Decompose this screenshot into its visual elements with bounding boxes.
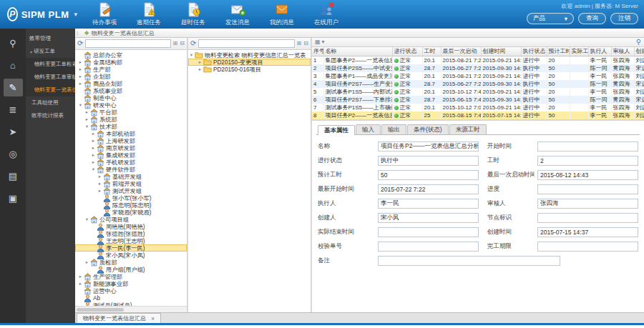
tree-node[interactable]: ▸前端开发组 [75, 180, 187, 187]
tree-node[interactable]: 总部办公室 [75, 51, 187, 59]
tree-node[interactable]: 周艳艳(周艳艳) [75, 223, 187, 230]
project-filter-input[interactable] [198, 39, 294, 48]
tree-node[interactable]: ▸集成研发部 [75, 151, 187, 159]
search-icon[interactable]: ⚲ [636, 39, 641, 46]
tree-node[interactable]: ▸新能源事业部 [75, 280, 187, 287]
tree-node[interactable]: ▸企划部 [75, 73, 187, 80]
table-row[interactable]: 8项目任务P2——一览表信息汇总分析1正常252015-08-15 7:4220… [312, 111, 644, 119]
sidebar-item-0[interactable]: ▾研发工单 [26, 45, 75, 58]
sidebar-item-3[interactable]: 物料变更一览表信息汇总 [26, 84, 75, 96]
field-value[interactable]: 执行中 [378, 156, 479, 166]
collapse-all-icon[interactable]: ⊟ [180, 41, 185, 46]
my-message-button[interactable]: 我的消息 [262, 1, 302, 27]
tree-node[interactable]: 李一民(李一民) [75, 244, 187, 252]
expand-arrow-icon[interactable]: ▸ [77, 81, 84, 86]
todo-doc-button[interactable]: 待办事项 [84, 1, 125, 27]
tree-node[interactable]: Ab [75, 294, 187, 302]
column-header[interactable]: 工时 [422, 47, 441, 56]
expand-all-icon[interactable]: ⊞ [173, 41, 178, 46]
tree-node[interactable]: ▸金属结构部 [75, 59, 187, 66]
tree-node[interactable]: 宋小凤(宋小凤) [75, 252, 187, 259]
detail-tab-1[interactable]: 输入 [356, 124, 381, 134]
tree-node[interactable]: ▸测试开发组 [75, 187, 187, 194]
expand-arrow-icon[interactable]: ▸ [97, 174, 103, 179]
monitor-icon[interactable]: ▣ [4, 189, 23, 207]
column-header[interactable]: 进行状态 [392, 47, 422, 56]
expand-arrow-icon[interactable]: ▸ [77, 59, 84, 65]
expand-arrow-icon[interactable]: ▸ [197, 66, 203, 72]
org-tree-hscrollbar[interactable] [75, 306, 187, 312]
doc-tab-active[interactable]: ❖ 物料变更一览表信息汇总 [79, 29, 158, 37]
field-value[interactable]: 2015-07-22 7:22 [378, 184, 479, 194]
tree-node[interactable]: ▸基础开发组 [75, 173, 187, 180]
table-row[interactable]: 5测试事务P1S5——内部试产…正常20.12015-10-12 7:42201… [312, 88, 644, 96]
column-header[interactable]: 执行人 [588, 47, 611, 56]
close-icon[interactable]: × [151, 315, 155, 322]
field-value[interactable] [537, 184, 638, 194]
column-header[interactable]: 预计工时 [547, 47, 570, 56]
column-header[interactable]: 实际工时 [570, 47, 588, 56]
tree-node[interactable]: ▸系统部 [75, 116, 187, 123]
tree-node[interactable]: ▸PD20150-变更项目 [188, 59, 311, 66]
expand-arrow-icon[interactable]: ▸ [97, 188, 103, 194]
detail-tab-0[interactable]: 基本属性 [318, 125, 355, 135]
field-value[interactable] [378, 256, 560, 266]
tree-node[interactable]: ▾公司项目组 [75, 216, 187, 223]
column-header[interactable]: 名称 [323, 47, 392, 56]
tree-node[interactable]: ▸上海研发部 [75, 137, 187, 144]
library-icon[interactable]: ▤ [4, 167, 23, 185]
send-icon[interactable]: ➤ [4, 123, 23, 141]
tree-node[interactable]: ▸南京研发部 [75, 144, 187, 151]
expand-arrow-icon[interactable]: ▾ [84, 124, 90, 129]
table-row[interactable]: 1集团事务P2——一览表信息汇…正常20.12015-08-21 7:22201… [312, 56, 644, 64]
sidebar-item-5[interactable]: 效率统计报表 [26, 109, 75, 122]
expand-arrow-icon[interactable]: ▸ [90, 159, 97, 165]
expand-arrow-icon[interactable]: ▸ [84, 116, 90, 122]
field-value[interactable]: 李一民 [378, 199, 479, 209]
bottom-tab-active[interactable]: 物料变更一览表信息汇总 × [77, 313, 161, 323]
tree-node[interactable]: ▸生产部 [75, 66, 187, 73]
detail-tab-2[interactable]: 输出 [381, 124, 406, 134]
sidebar-item-4[interactable]: 工具组使用 [26, 96, 75, 109]
field-value[interactable] [537, 141, 638, 151]
org-filter-input[interactable] [85, 39, 170, 48]
sidebar-item-1[interactable]: 物料变更工单检索 [26, 58, 75, 71]
column-header[interactable]: 序号 [312, 47, 323, 56]
caret-down-icon[interactable]: ▾ [322, 39, 325, 45]
tree-node[interactable]: ▾技术部 [75, 123, 187, 130]
field-value[interactable] [537, 213, 638, 223]
tree-node[interactable]: 运营中心 [75, 287, 187, 294]
logout-button[interactable]: 注销 [610, 13, 638, 24]
field-value[interactable]: 2015-08-12 14:43 [537, 170, 638, 180]
tree-node[interactable]: 王志明(王志明) [75, 237, 187, 244]
tree-node[interactable]: ▾硬件软件部 [75, 166, 187, 173]
sidebar-item-2[interactable]: 物料变更工单审核检索 [26, 71, 75, 84]
expand-arrow-icon[interactable]: ▾ [90, 167, 97, 172]
app-logo[interactable]: P SIPM PLM ▾ [0, 7, 84, 21]
tree-node[interactable]: ▸生产管理部 [75, 273, 187, 280]
detail-tab-3[interactable]: 条件(状态) [407, 124, 449, 134]
data-icon[interactable]: ≣ [4, 101, 23, 119]
tree-node[interactable]: ▸质检部 [75, 259, 187, 266]
field-value[interactable] [378, 227, 479, 237]
detail-tab-4[interactable]: 来源工时 [449, 124, 487, 134]
table-row[interactable]: 4项目任务P2S7——生产变更正常28.72015-06-27 7:272015… [312, 80, 644, 88]
tree-node[interactable]: 系统事业部 [75, 87, 187, 94]
edit-icon[interactable]: ✎ [4, 79, 23, 96]
tree-node[interactable]: ▸平台部 [75, 109, 187, 116]
logo-menu-caret-icon[interactable]: ▾ [74, 11, 77, 18]
explore-icon[interactable]: ⚲ [4, 34, 23, 52]
field-value[interactable] [378, 242, 479, 252]
table-row[interactable]: 6项目任务P2S7——下单排产正常28.72015-06-15 7:422015… [312, 96, 644, 104]
table-row[interactable]: 3集团事务P1——成品变更汇…正常20.12015-08-21 7:222015… [312, 72, 644, 80]
expand-arrow-icon[interactable]: ▸ [77, 66, 84, 72]
expand-arrow-icon[interactable]: ▸ [97, 181, 103, 187]
query-button[interactable]: 查询 [578, 13, 606, 24]
expand-arrow-icon[interactable]: ▸ [90, 138, 97, 144]
field-value[interactable]: 50 [378, 170, 479, 180]
expand-arrow-icon[interactable]: ▸ [77, 281, 84, 287]
field-value[interactable]: 2 [537, 156, 638, 166]
scope-select[interactable]: 产品 ▾ [527, 13, 574, 24]
expand-arrow-icon[interactable]: ▸ [84, 109, 90, 115]
column-header[interactable]: 创建时间 [481, 47, 521, 56]
